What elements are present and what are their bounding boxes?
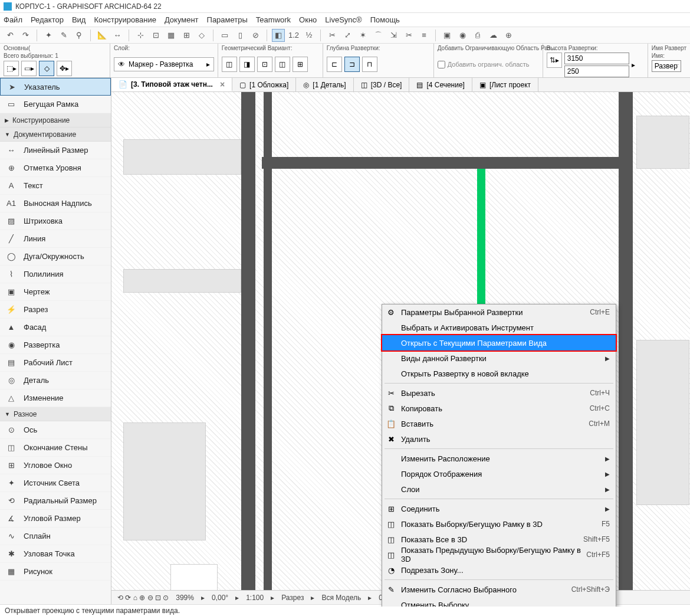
tool-marquee[interactable]: ▭Бегущая Рамка	[0, 96, 111, 113]
fillet-icon[interactable]: ⌒	[372, 29, 385, 42]
tool-elevation[interactable]: ▲Фасад	[0, 319, 111, 336]
tool-polyline[interactable]: ⌇Полилиния	[0, 266, 111, 283]
dim-icon[interactable]: 1.2	[287, 29, 300, 42]
cat-documentation[interactable]: ▼Документирование	[0, 127, 111, 142]
ctx-item[interactable]: Слои▶	[382, 481, 616, 497]
nav-btns[interactable]: ⟲ ⟳ ⌂ ⊕ ⊖ ⊡ ⊙	[117, 594, 169, 602]
ctx-item[interactable]: Открыть Развертку в новой вкладке	[382, 366, 616, 381]
angle-value[interactable]: 0,00°	[212, 594, 228, 602]
drawing-canvas[interactable]: ⚙Параметры Выбранной РазверткиCtrl+EВыбр…	[111, 92, 690, 607]
dim2-icon[interactable]: ½	[303, 29, 316, 42]
undo-icon[interactable]: ↶	[4, 29, 17, 42]
tool-label[interactable]: A1Выносная Надпись	[0, 195, 111, 212]
geom-opt4[interactable]: ◫	[275, 57, 290, 72]
show3d-icon[interactable]: ▣	[441, 29, 454, 42]
depth-opt1[interactable]: ⊏	[327, 57, 342, 72]
tool-arc[interactable]: ◯Дуга/Окружность	[0, 248, 111, 266]
wand-icon[interactable]: ⚲	[73, 29, 86, 42]
tool-pointer[interactable]: ➤Указатель	[0, 78, 111, 96]
tab-floorplan[interactable]: 📄[3. Типовой этаж четн...×	[111, 78, 232, 91]
ungroup-icon[interactable]: ▯	[234, 29, 247, 42]
geom-opt2[interactable]: ◨	[239, 57, 255, 72]
grid-icon[interactable]: ▦	[165, 29, 178, 42]
view-name[interactable]: Разрез	[281, 594, 304, 602]
group-icon[interactable]: ▭	[218, 29, 231, 42]
tab-detail[interactable]: ◎[1 Деталь]	[296, 78, 353, 91]
tool-corner-window[interactable]: ⊞Угловое Окно	[0, 457, 111, 474]
layer-dropdown[interactable]: 👁 Маркер - Развертка ▸	[114, 57, 214, 71]
sel-mode2-btn[interactable]: ◇	[39, 61, 54, 76]
geom-opt5[interactable]: ⊞	[293, 57, 308, 72]
ctx-item[interactable]: ◔Подрезать Зону...	[382, 562, 616, 578]
ctx-item[interactable]: ⚙Параметры Выбранной РазверткиCtrl+E	[382, 304, 616, 320]
tool-section[interactable]: ⚡Разрез	[0, 301, 111, 319]
tool-detail[interactable]: ◎Деталь	[0, 372, 111, 389]
sel-default-btn[interactable]: ⬚▸	[4, 61, 19, 76]
tool-worksheet[interactable]: ▤Рабочий Лист	[0, 354, 111, 372]
geom-opt1[interactable]: ◫	[222, 57, 237, 72]
tab-section[interactable]: ▤[4 Сечение]	[409, 78, 472, 91]
cut-icon[interactable]: ✂	[326, 29, 339, 42]
menu-document[interactable]: Документ	[165, 15, 199, 24]
measure-icon[interactable]: ↔	[111, 29, 124, 42]
depth-opt3[interactable]: ⊓	[362, 57, 377, 72]
menu-livesync[interactable]: LiveSync®	[325, 15, 362, 24]
tool-text[interactable]: AТекст	[0, 177, 111, 195]
ctx-item[interactable]: ✎Изменить Согласно ВыбранногоCtrl+Shift+…	[382, 582, 616, 597]
tool-linear-dim[interactable]: ↔Линейный Размер	[0, 142, 111, 159]
intersect-icon[interactable]: ✶	[356, 29, 369, 42]
tool-change[interactable]: △Изменение	[0, 389, 111, 407]
tool-level-dim[interactable]: ⊕Отметка Уровня	[0, 159, 111, 177]
tab-cover[interactable]: ▢[1 Обложка]	[232, 78, 296, 91]
pick-icon[interactable]: ✦	[42, 29, 55, 42]
cat-misc[interactable]: ▼Разное	[0, 407, 111, 421]
lock-icon[interactable]: ◇	[195, 29, 208, 42]
split-icon[interactable]: ✂	[402, 29, 415, 42]
guide-icon[interactable]: ⊹	[134, 29, 147, 42]
tool-figure[interactable]: ▦Рисунок	[0, 563, 111, 581]
tool-axis[interactable]: ⊙Ось	[0, 421, 111, 439]
ctx-item[interactable]: Виды данной Развертки▶	[382, 350, 616, 366]
height-top-input[interactable]	[564, 53, 629, 64]
height-mode-btn[interactable]: ⇅▸	[547, 53, 562, 68]
menu-teamwork[interactable]: Teamwork	[256, 15, 291, 24]
height-bot-input[interactable]	[564, 65, 629, 77]
ctx-item[interactable]: ✖Удалить	[382, 431, 616, 447]
ctx-item[interactable]: Изменить Расположение▶	[382, 451, 616, 466]
adjust-icon[interactable]: ⤢	[341, 29, 354, 42]
tool-line[interactable]: ╱Линия	[0, 230, 111, 248]
tab-close-icon[interactable]: ×	[220, 80, 225, 89]
tab-3d[interactable]: ◫[3D / Все]	[354, 78, 410, 91]
tool-wall-end[interactable]: ◫Окончание Стены	[0, 439, 111, 457]
tool-fill[interactable]: ▨Штриховка	[0, 212, 111, 230]
tool-drawing[interactable]: ▣Чертеж	[0, 283, 111, 301]
dropper-icon[interactable]: ✎	[57, 29, 70, 42]
tool-light[interactable]: ✦Источник Света	[0, 474, 111, 492]
ctx-item[interactable]: ◫Показать Все в 3DShift+F5	[382, 532, 616, 547]
geom-opt3[interactable]: ⊡	[257, 57, 272, 72]
ctx-item[interactable]: Порядок Отображения▶	[382, 466, 616, 481]
ctx-item[interactable]: ◫Показать Предыдущую Выборку/Бегущую Рам…	[382, 547, 616, 562]
menu-file[interactable]: Файл	[4, 15, 22, 24]
trace-icon[interactable]: ◧	[272, 29, 285, 42]
menu-window[interactable]: Окно	[299, 15, 317, 24]
model-name[interactable]: Вся Модель	[321, 594, 361, 602]
menu-options[interactable]: Параметры	[207, 15, 248, 24]
publish-icon[interactable]: ⎙	[471, 29, 484, 42]
tool-spline[interactable]: ∿Сплайн	[0, 527, 111, 545]
menu-design[interactable]: Конструирование	[94, 15, 156, 24]
snap-icon[interactable]: ⊡	[149, 29, 162, 42]
ctx-item[interactable]: Выбрать и Активировать Инструмент	[382, 320, 616, 335]
tab-layout[interactable]: ▣[Лист проект	[472, 78, 538, 91]
menu-view[interactable]: Вид	[72, 15, 86, 24]
name-input[interactable]	[652, 60, 681, 72]
ctx-item[interactable]: Отменить Выборку	[382, 597, 616, 607]
align-icon[interactable]: ≡	[418, 29, 431, 42]
tool-hotspot[interactable]: ✱Узловая Точка	[0, 545, 111, 563]
resize-icon[interactable]: ⇲	[387, 29, 400, 42]
zoom-value[interactable]: 399%	[176, 594, 194, 602]
tool-interior-elev[interactable]: ◉Развертка	[0, 336, 111, 354]
depth-opt2[interactable]: ⊐	[344, 57, 360, 72]
cat-construction[interactable]: ▶Конструирование	[0, 113, 111, 127]
tool-angle-dim[interactable]: ∡Угловой Размер	[0, 510, 111, 527]
